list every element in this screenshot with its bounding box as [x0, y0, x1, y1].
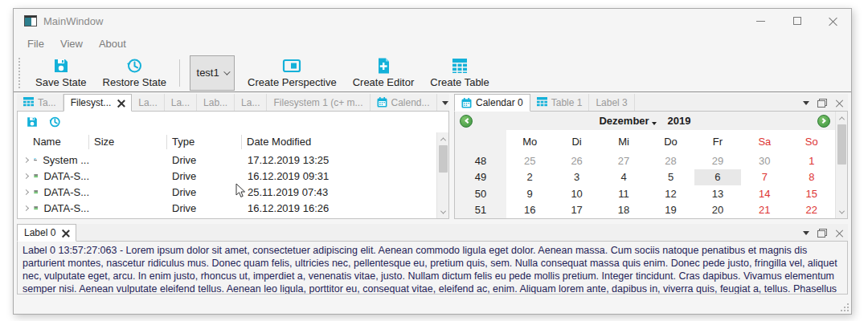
calendar-day[interactable]: 7: [741, 169, 788, 186]
calendar-day[interactable]: 22: [788, 202, 835, 219]
size-grip[interactable]: [839, 302, 849, 311]
close-icon[interactable]: [835, 230, 843, 238]
scroll-up-icon[interactable]: [836, 112, 848, 124]
calendar-day[interactable]: 26: [553, 152, 600, 169]
tabs-menu-icon[interactable]: [442, 101, 448, 105]
file-name: DATA-S...: [43, 170, 89, 182]
table-row[interactable]: System ... Drive 17.12.2019 13:25: [18, 152, 436, 168]
tab-close-icon[interactable]: [62, 230, 69, 237]
prev-month-button[interactable]: [460, 115, 473, 128]
table-row[interactable]: DATA-S... Drive 16.12.2019 16:26: [18, 200, 436, 216]
calendar-day[interactable]: 30: [741, 152, 788, 169]
calendar-day[interactable]: 8: [788, 169, 835, 186]
calendar-day[interactable]: 4: [600, 169, 647, 186]
calendar-day[interactable]: 19: [647, 202, 694, 219]
create-table-button[interactable]: Create Table: [422, 55, 497, 90]
minimize-button[interactable]: [743, 9, 779, 33]
calendar-icon: [377, 97, 387, 108]
calendar-day[interactable]: 20: [694, 202, 741, 219]
create-perspective-button[interactable]: Create Perspective: [240, 55, 345, 90]
year-label[interactable]: 2019: [668, 115, 691, 127]
calendar-day[interactable]: 12: [647, 185, 694, 202]
calendar-day[interactable]: 3: [553, 169, 600, 186]
scroll-up-icon[interactable]: [437, 132, 449, 145]
tab-label4[interactable]: La...: [235, 94, 267, 111]
day-header: Fr: [694, 130, 741, 152]
calendar-day[interactable]: 10: [553, 185, 600, 202]
calendar-day[interactable]: 15: [788, 185, 835, 202]
restore-state-button[interactable]: Restore State: [95, 55, 175, 90]
next-month-button[interactable]: [817, 115, 830, 128]
scroll-down-icon[interactable]: [437, 205, 449, 218]
tab-filesystem1[interactable]: Filesystem 1 (c+ m...: [267, 94, 370, 111]
file-type: Drive: [167, 170, 242, 182]
tabs-menu-icon[interactable]: [803, 231, 809, 235]
file-modified: 17.12.2019 13:25: [242, 154, 436, 166]
menu-view[interactable]: View: [53, 35, 90, 52]
expand-chevron-icon[interactable]: [23, 173, 29, 178]
calendar-day[interactable]: 17: [553, 202, 600, 219]
title-bar[interactable]: MainWindow: [14, 9, 851, 33]
tab-label2[interactable]: Lab...: [197, 94, 235, 111]
history-icon[interactable]: [48, 116, 61, 128]
float-icon[interactable]: [817, 229, 827, 238]
column-type[interactable]: Type: [167, 135, 242, 149]
perspective-combobox[interactable]: test1: [190, 55, 235, 91]
calendar-day[interactable]: 13: [694, 185, 741, 202]
file-table-header[interactable]: Name Size Type Date Modified: [18, 132, 436, 152]
float-icon[interactable]: [817, 99, 827, 108]
calendar-day[interactable]: 18: [600, 202, 647, 219]
menu-file[interactable]: File: [20, 35, 51, 52]
tabs-menu-icon[interactable]: [803, 101, 809, 105]
maximize-button[interactable]: [779, 9, 815, 33]
calendar-day[interactable]: 16: [506, 202, 553, 219]
tab-calendar0[interactable]: Calendar 0: [454, 94, 530, 112]
expand-chevron-icon[interactable]: [23, 205, 29, 210]
tab-filesystem0[interactable]: Filesyst...: [63, 94, 133, 112]
calendar-day[interactable]: 21: [741, 202, 788, 219]
calendar-day[interactable]: 14: [741, 185, 788, 202]
calendar-day[interactable]: 25: [506, 152, 553, 169]
table-row[interactable]: DATA-S... Drive 16.12.2019 09:31: [18, 168, 436, 184]
table-row[interactable]: DATA-S... Drive 25.11.2019 07:43: [18, 184, 436, 200]
calendar-day[interactable]: 9: [506, 185, 553, 202]
menu-about[interactable]: About: [92, 35, 133, 52]
tab-label0[interactable]: La...: [132, 94, 164, 111]
column-size[interactable]: Size: [89, 135, 167, 149]
save-state-button[interactable]: Save State: [27, 55, 95, 90]
calendar-day[interactable]: 28: [647, 152, 694, 169]
tab-table1[interactable]: Table 1: [530, 94, 590, 111]
create-editor-button[interactable]: Create Editor: [345, 55, 423, 90]
tab-calendar1[interactable]: Calend...: [371, 94, 437, 111]
scrollbar-thumb[interactable]: [837, 124, 846, 165]
tab-table0[interactable]: Ta...: [17, 94, 63, 111]
column-name[interactable]: Name: [18, 135, 89, 149]
tab-label3[interactable]: Label 3: [589, 94, 634, 111]
create-editor-label: Create Editor: [353, 76, 415, 88]
calendar-day-selected[interactable]: 6: [694, 169, 741, 186]
calendar-day[interactable]: 2: [506, 169, 553, 186]
calendar-day[interactable]: 27: [600, 152, 647, 169]
scroll-down-icon[interactable]: [836, 205, 848, 218]
calendar-day[interactable]: 11: [600, 185, 647, 202]
tab-close-icon[interactable]: [117, 100, 125, 107]
toolbar-drag-handle[interactable]: [18, 58, 23, 88]
calendar-title[interactable]: Dezember 2019: [473, 115, 817, 127]
column-date-modified[interactable]: Date Modified: [242, 135, 436, 149]
tab-label0-bottom[interactable]: Label 0: [17, 224, 76, 242]
calendar-day[interactable]: 1: [788, 152, 835, 169]
filesystem-scrollbar[interactable]: [436, 132, 448, 218]
calendar-scrollbar[interactable]: [835, 112, 847, 218]
expand-chevron-icon[interactable]: [23, 189, 29, 194]
calendar-day[interactable]: 29: [694, 152, 741, 169]
table-icon: [537, 97, 547, 108]
calendar-day[interactable]: 5: [647, 169, 694, 186]
close-icon[interactable]: [835, 100, 843, 108]
scrollbar-thumb[interactable]: [439, 145, 448, 173]
right-dock-buttons: [798, 99, 848, 111]
month-label[interactable]: Dezember: [599, 115, 649, 127]
save-icon[interactable]: [26, 116, 39, 128]
expand-chevron-icon[interactable]: [23, 156, 29, 162]
tab-label1[interactable]: La...: [165, 94, 197, 111]
close-button[interactable]: [815, 9, 851, 33]
